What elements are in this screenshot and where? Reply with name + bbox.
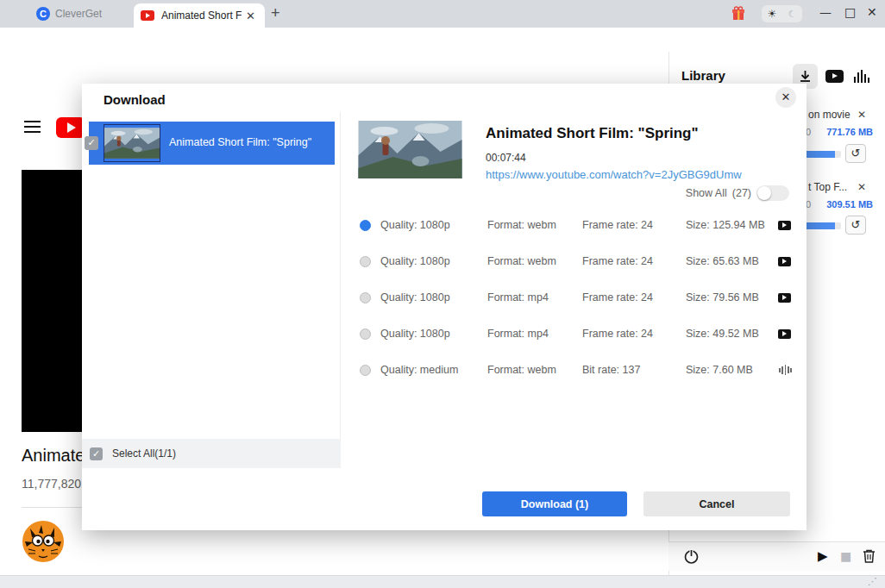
download-icon	[798, 69, 813, 84]
select-all-bar: ✓ Select All(1/1)	[82, 439, 341, 468]
rate-label: Frame rate: 24	[582, 328, 653, 340]
item-thumbnail	[104, 124, 160, 162]
format-label: Format: webm	[487, 364, 556, 376]
channel-avatar[interactable]	[22, 520, 65, 563]
size-label: Size: 125.94 MB	[686, 219, 765, 231]
radio-unselected[interactable]	[360, 256, 371, 267]
library-item-close-icon[interactable]: ✕	[857, 109, 866, 121]
redownload-button[interactable]: ↺	[845, 144, 866, 163]
size-label: Size: 49.52 MB	[686, 328, 759, 340]
radio-unselected[interactable]	[360, 292, 371, 303]
quality-label: Quality: 1080p	[380, 219, 450, 231]
address-bar: ← → ⟳ ⌂ https://www.youtube.com/watch?v=…	[0, 28, 885, 52]
view-count: 11,777,820	[22, 477, 82, 491]
format-label: Format: webm	[487, 255, 556, 267]
browser-tab[interactable]: Animated Short F ✕	[134, 3, 265, 28]
cleverget-logo-icon: C	[36, 7, 50, 21]
format-label: Format: mp4	[487, 328, 549, 340]
format-label: Format: webm	[487, 219, 556, 231]
close-button[interactable]: ✕	[867, 5, 877, 19]
dialog-close-icon[interactable]: ✕	[775, 87, 796, 108]
library-music-tab[interactable]	[854, 70, 869, 83]
status-bar	[0, 575, 885, 588]
youtube-logo-icon[interactable]	[56, 117, 85, 138]
quality-label: Quality: 1080p	[380, 328, 450, 340]
size-label: Size: 65.63 MB	[686, 255, 759, 267]
quality-label: Quality: 1080p	[380, 291, 450, 303]
download-dialog: Download ✕ ✓ Animated Shor	[82, 84, 807, 530]
library-video-tab[interactable]	[825, 70, 844, 83]
video-list-item[interactable]: ✓ Animated Short Film: "Spring"	[89, 122, 335, 165]
video-type-icon	[778, 257, 791, 266]
dialog-video-title: Animated Short Film: "Spring"	[486, 125, 699, 142]
light-mode-icon[interactable]: ☀	[768, 8, 777, 20]
library-item-close-icon[interactable]: ✕	[857, 181, 866, 193]
video-type-icon	[778, 329, 791, 339]
video-url-link[interactable]: https://www.youtube.com/watch?v=2JyGBG9d…	[486, 168, 742, 181]
tab-title: Animated Short F	[161, 9, 244, 22]
show-all-row: Show All (27)	[686, 185, 789, 201]
quality-row[interactable]: Quality: medium Format: webm Bit rate: 1…	[349, 352, 798, 388]
stop-all-icon[interactable]: ■	[840, 549, 851, 563]
trash-icon[interactable]	[862, 548, 876, 567]
show-all-count: (27)	[732, 187, 751, 199]
video-duration: 00:07:44	[486, 152, 526, 164]
rate-label: Frame rate: 24	[582, 255, 653, 267]
show-all-toggle[interactable]	[756, 185, 789, 201]
start-all-icon[interactable]: ▶	[818, 548, 828, 564]
library-toolbar	[668, 541, 885, 571]
youtube-favicon	[141, 10, 154, 21]
download-button[interactable]: Download (1)	[482, 491, 627, 516]
title-bar: C CleverGet Animated Short F ✕ + ☀ ☾ — □…	[0, 0, 885, 28]
library-item-title: t Top F...	[808, 181, 847, 193]
library-item-title: on movie	[808, 109, 850, 121]
hamburger-menu-icon[interactable]	[24, 121, 41, 133]
quality-row[interactable]: Quality: 1080p Format: mp4 Frame rate: 2…	[349, 279, 798, 316]
library-item-size: 309.51 MB	[804, 199, 873, 210]
toggle-knob	[757, 186, 771, 200]
divider	[22, 507, 82, 508]
video-type-icon	[778, 293, 791, 303]
new-tab-button[interactable]: +	[271, 4, 280, 22]
rate-label: Frame rate: 24	[582, 219, 653, 231]
radio-unselected[interactable]	[360, 328, 371, 340]
library-item-size: 771.76 MB	[804, 127, 873, 137]
app-name: CleverGet	[55, 8, 102, 20]
item-checkbox[interactable]: ✓	[85, 136, 98, 150]
cancel-button[interactable]: Cancel	[643, 491, 790, 516]
power-icon[interactable]	[683, 548, 700, 568]
tiger-avatar-image	[22, 520, 65, 563]
gift-icon[interactable]	[731, 6, 746, 25]
size-label: Size: 7.60 MB	[686, 364, 753, 376]
format-label: Format: mp4	[487, 291, 549, 303]
show-all-label: Show All	[686, 187, 727, 199]
video-title: Animate	[22, 446, 82, 466]
minimize-button[interactable]: —	[819, 5, 832, 19]
cleverget-window: C CleverGet Animated Short F ✕ + ☀ ☾ — □…	[0, 0, 885, 588]
divider	[340, 112, 341, 468]
redownload-button[interactable]: ↺	[845, 216, 866, 235]
tab-close-icon[interactable]: ✕	[246, 9, 255, 22]
library-title: Library	[681, 68, 725, 83]
dark-mode-icon[interactable]: ☾	[788, 9, 797, 20]
video-thumbnail	[358, 121, 462, 178]
item-title: Animated Short Film: "Spring"	[169, 136, 311, 148]
rate-label: Frame rate: 24	[582, 291, 653, 303]
quality-label: Quality: medium	[380, 364, 458, 376]
dialog-title: Download	[104, 92, 166, 107]
video-type-icon	[778, 221, 791, 230]
quality-row[interactable]: Quality: 1080p Format: webm Frame rate: …	[349, 243, 798, 279]
audio-type-icon	[779, 365, 792, 375]
rate-label: Bit rate: 137	[582, 364, 640, 376]
quality-row[interactable]: Quality: 1080p Format: webm Frame rate: …	[349, 207, 798, 243]
select-all-label: Select All(1/1)	[112, 447, 176, 460]
theme-toggle[interactable]: ☀ ☾	[762, 5, 802, 22]
resize-grip[interactable]: ⋰	[868, 576, 877, 587]
maximize-button[interactable]: □	[844, 5, 856, 19]
radio-unselected[interactable]	[360, 365, 371, 376]
quality-label: Quality: 1080p	[380, 255, 450, 267]
size-label: Size: 79.56 MB	[686, 291, 759, 303]
quality-row[interactable]: Quality: 1080p Format: mp4 Frame rate: 2…	[349, 316, 798, 352]
radio-selected[interactable]	[360, 220, 371, 231]
select-all-checkbox[interactable]: ✓	[90, 447, 103, 460]
